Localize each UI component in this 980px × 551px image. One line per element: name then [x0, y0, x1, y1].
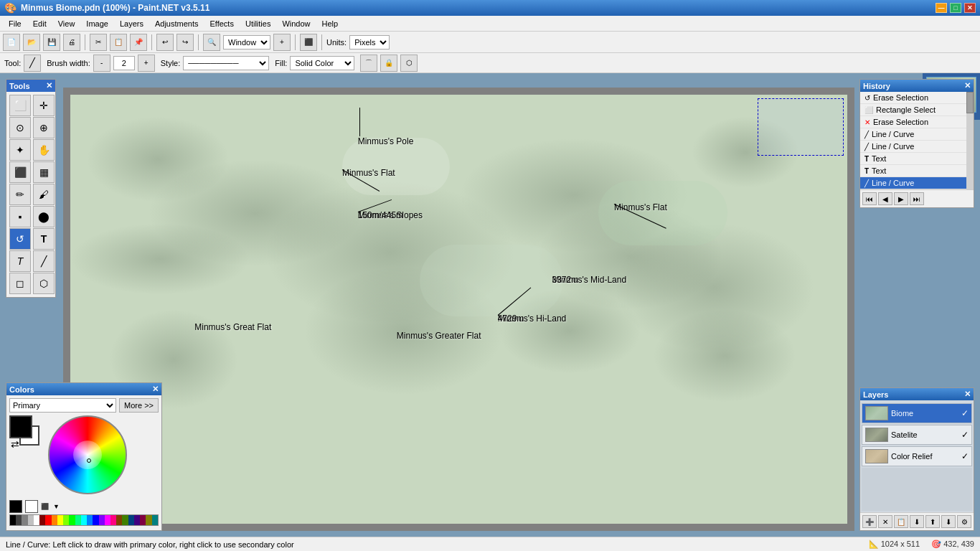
history-item-line-1[interactable]: ╱ Line / Curve	[860, 128, 974, 141]
palette-color-00ff00[interactable]	[69, 515, 75, 525]
tool-paint-bucket[interactable]: ⬛	[9, 161, 31, 183]
menu-item-window[interactable]: Window	[276, 18, 316, 29]
palette-strip[interactable]	[9, 514, 159, 526]
history-item-text-1[interactable]: T Text	[860, 153, 974, 165]
palette-color-ff0000[interactable]	[45, 515, 51, 525]
palette-color-80ff00[interactable]	[63, 515, 69, 525]
window-combo[interactable]: Window	[223, 35, 270, 50]
tool-zoom[interactable]: ⊕	[33, 117, 55, 138]
palette-color-ff0080[interactable]	[110, 515, 116, 525]
palette-color-808000[interactable]	[146, 515, 151, 525]
menu-item-file[interactable]: File	[3, 18, 27, 29]
palette-color-404040[interactable]	[16, 515, 22, 525]
zoom-out-button[interactable]: 🔍	[203, 34, 220, 51]
history-forward-btn[interactable]: ▶	[894, 192, 908, 205]
history-close-icon[interactable]: ✕	[964, 81, 971, 90]
brush-width-dec[interactable]: -	[93, 55, 110, 72]
palette-color-ff8000[interactable]	[52, 515, 57, 525]
palette-color-c0c0c0[interactable]	[28, 515, 34, 525]
open-button[interactable]: 📂	[23, 34, 40, 51]
tools-close-icon[interactable]: ✕	[46, 81, 52, 90]
paste-button[interactable]: 📌	[130, 34, 147, 51]
brush-width-input[interactable]	[113, 56, 135, 70]
menu-item-effects[interactable]: Effects	[204, 18, 240, 29]
layer-relief[interactable]: Color Relief ✓	[862, 446, 972, 466]
zoom-in-button[interactable]: +	[273, 34, 291, 51]
palette-color-ffff00[interactable]	[57, 515, 63, 525]
tool-text-style[interactable]: T	[9, 250, 31, 272]
layer-biome[interactable]: Biome ✓	[862, 403, 972, 423]
tool-paintbrush[interactable]: 🖌	[33, 184, 55, 205]
palette-color-808080[interactable]	[22, 515, 27, 525]
save-button[interactable]: 💾	[43, 34, 60, 51]
minimize-button[interactable]: —	[936, 3, 947, 13]
palette-color-ff00ff[interactable]	[105, 515, 110, 525]
color-more-button[interactable]: More >>	[119, 398, 159, 413]
redo-button[interactable]: ↪	[176, 34, 194, 51]
palette-color-804000[interactable]	[116, 515, 122, 525]
palette-color-00ffff[interactable]	[81, 515, 87, 525]
layers-add-btn[interactable]: ➕	[862, 515, 877, 528]
brush-width-inc[interactable]: +	[138, 55, 155, 72]
fg-color-indicator[interactable]	[9, 500, 22, 513]
layer-satelite[interactable]: Satelite ✓	[862, 425, 972, 445]
tool-magic-wand[interactable]: ✦	[9, 139, 31, 161]
style-combo[interactable]: ─────────	[183, 56, 269, 70]
tool-lasso[interactable]: ⊙	[9, 117, 31, 138]
curve-smooth-btn[interactable]: 🔒	[380, 55, 397, 72]
tool-line-curve[interactable]: ╱	[33, 250, 55, 272]
palette-color-00ff80[interactable]	[75, 515, 81, 525]
layers-duplicate-btn[interactable]: 📋	[894, 515, 908, 528]
palette-color-800040[interactable]	[140, 515, 146, 525]
history-item-rect-select[interactable]: ⬜ Rectangle Select	[860, 104, 974, 116]
palette-color-8000ff[interactable]	[99, 515, 105, 525]
fill-combo[interactable]: Solid Color	[290, 56, 354, 70]
tool-text[interactable]: T	[33, 228, 55, 250]
palette-color-400080[interactable]	[134, 515, 140, 525]
layers-merge-btn[interactable]: ⬇	[910, 515, 924, 528]
color-wheel-container[interactable]	[48, 415, 127, 494]
cut-button[interactable]: ✂	[90, 34, 107, 51]
tool-gradient[interactable]: ▦	[33, 161, 55, 183]
layer-biome-check[interactable]: ✓	[961, 408, 969, 418]
curve-type-btn[interactable]: ⌒	[360, 55, 377, 72]
layers-delete-btn[interactable]: ✕	[878, 515, 892, 528]
curve-extra-btn[interactable]: ⬡	[400, 55, 418, 72]
layers-down-btn[interactable]: ⬇	[941, 515, 956, 528]
history-back-btn[interactable]: ◀	[878, 192, 892, 205]
palette-color-000000[interactable]	[10, 515, 16, 525]
menu-item-layers[interactable]: Layers	[114, 18, 149, 29]
menu-item-help[interactable]: Help	[316, 18, 344, 29]
menu-item-edit[interactable]: Edit	[27, 18, 52, 29]
history-scrollbar-thumb[interactable]	[966, 92, 974, 113]
colors-close-icon[interactable]: ✕	[152, 385, 159, 394]
tool-recolor[interactable]: ↺	[9, 228, 31, 250]
crop-button[interactable]: ⬛	[300, 34, 317, 51]
history-last-btn[interactable]: ⏭	[910, 192, 924, 205]
layers-close-icon[interactable]: ✕	[964, 390, 971, 399]
tool-freeform[interactable]: ⬡	[33, 273, 55, 294]
palette-color-004080[interactable]	[128, 515, 134, 525]
primary-color-swatch[interactable]	[9, 415, 32, 438]
new-button[interactable]: 📄	[3, 34, 20, 51]
copy-button[interactable]: 📋	[110, 34, 127, 51]
history-first-btn[interactable]: ⏮	[862, 192, 877, 205]
tool-shapes[interactable]: ◻	[9, 273, 31, 294]
reset-colors-icon[interactable]: ⬛	[41, 503, 49, 510]
menu-item-utilities[interactable]: Utilities	[240, 18, 276, 29]
swap-colors-icon[interactable]: ⇄	[11, 438, 19, 450]
layer-relief-check[interactable]: ✓	[961, 451, 969, 461]
palette-color-008080[interactable]	[152, 515, 158, 525]
canvas[interactable]: Minmus's Pole Minmus's Flat Minmus's Slo…	[70, 95, 847, 524]
tool-move[interactable]: ✛	[33, 95, 55, 116]
palette-color-ffffff[interactable]	[34, 515, 39, 525]
history-scrollbar[interactable]	[966, 92, 974, 189]
color-mode-combo[interactable]: Primary	[9, 398, 116, 413]
history-item-erase-select-2[interactable]: ✕ Erase Selection	[860, 116, 974, 128]
palette-color-0000ff[interactable]	[93, 515, 98, 525]
menu-item-adjustments[interactable]: Adjustments	[149, 18, 204, 29]
undo-button[interactable]: ↩	[156, 34, 174, 51]
tool-pan[interactable]: ✋	[33, 139, 55, 161]
close-button[interactable]: ✕	[964, 3, 976, 13]
bg-color-indicator[interactable]	[25, 500, 38, 513]
